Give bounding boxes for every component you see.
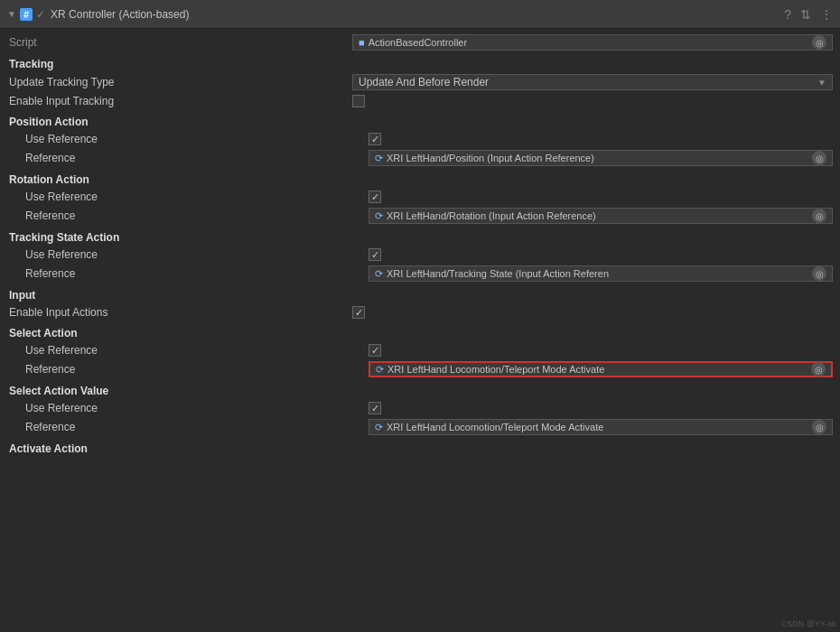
rotation-ref-icon: ⟳ (375, 210, 383, 222)
update-tracking-type-row: Update Tracking Type Update And Before R… (0, 72, 840, 92)
rotation-use-reference-value (369, 191, 833, 203)
select-reference-field[interactable]: ⟳ XRI LeftHand Locomotion/Teleport Mode … (369, 361, 833, 377)
rotation-reference-value: ⟳ XRI LeftHand/Rotation (Input Action Re… (369, 208, 833, 224)
position-reference-field[interactable]: ⟳ XRI LeftHand/Position (Input Action Re… (369, 150, 833, 166)
trackingstate-reference-field[interactable]: ⟳ XRI LeftHand/Tracking State (Input Act… (369, 265, 833, 282)
collapse-arrow[interactable]: ▼ (7, 9, 16, 19)
hash-icon: # (20, 8, 33, 21)
help-icon[interactable]: ? (784, 7, 791, 22)
position-reference-row: Reference ⟳ XRI LeftHand/Position (Input… (0, 148, 840, 168)
selectval-ref-text: XRI LeftHand Locomotion/Teleport Mode Ac… (387, 422, 808, 432)
trackingstate-reference-value: ⟳ XRI LeftHand/Tracking State (Input Act… (369, 265, 833, 282)
selectval-use-reference-label: Use Reference (25, 402, 369, 414)
select-use-reference-row: Use Reference (0, 341, 840, 359)
trackingstate-ref-text: XRI LeftHand/Tracking State (Input Actio… (387, 268, 808, 279)
enable-input-actions-label: Enable Input Actions (9, 306, 352, 319)
position-ref-icon: ⟳ (375, 153, 383, 164)
rotation-ref-text: XRI LeftHand/Rotation (Input Action Refe… (387, 210, 808, 221)
select-ref-icon: ⟳ (376, 364, 384, 376)
select-use-reference-checkbox[interactable] (369, 344, 381, 357)
select-ref-text: XRI LeftHand Locomotion/Teleport Mode Ac… (387, 364, 807, 375)
section-select-action: Select Action (0, 321, 840, 341)
section-tracking: Tracking (0, 52, 840, 72)
rotation-use-reference-row: Use Reference (0, 188, 840, 206)
position-reference-value: ⟳ XRI LeftHand/Position (Input Action Re… (369, 150, 833, 166)
selectval-reference-label: Reference (25, 421, 369, 433)
script-row: Script ■ ActionBasedController ◎ (0, 33, 840, 52)
script-icon: ■ (359, 37, 365, 48)
selectval-ref-select-btn[interactable]: ◎ (812, 420, 826, 434)
menu-icon[interactable]: ⋮ (820, 7, 833, 22)
rotation-use-reference-label: Use Reference (25, 191, 369, 203)
select-reference-value: ⟳ XRI LeftHand Locomotion/Teleport Mode … (369, 361, 833, 377)
update-tracking-type-value: Update And Before Render ▼ (352, 74, 833, 90)
trackingstate-ref-icon: ⟳ (375, 268, 383, 280)
script-select-btn[interactable]: ◎ (812, 35, 826, 50)
rotation-ref-select-btn[interactable]: ◎ (812, 209, 826, 223)
select-ref-select-btn[interactable]: ◎ (811, 362, 826, 376)
layout-icon[interactable]: ⇅ (800, 7, 811, 22)
trackingstate-reference-label: Reference (25, 267, 369, 280)
section-activate-action: Activate Action (0, 437, 840, 457)
position-use-reference-label: Use Reference (25, 133, 369, 145)
active-check[interactable]: ✓ (36, 8, 45, 21)
select-reference-row: Reference ⟳ XRI LeftHand Locomotion/Tele… (0, 359, 840, 379)
position-use-reference-row: Use Reference (0, 130, 840, 148)
watermark: CSDN @YY-nb (781, 619, 836, 628)
trackingstate-use-reference-checkbox[interactable] (369, 248, 381, 261)
rotation-use-reference-checkbox[interactable] (369, 191, 381, 203)
component-title: XR Controller (Action-based) (51, 8, 779, 21)
inspector-content: Script ■ ActionBasedController ◎ Trackin… (0, 29, 840, 632)
update-tracking-type-dropdown[interactable]: Update And Before Render ▼ (352, 74, 833, 90)
selectval-use-reference-value (369, 402, 833, 414)
position-use-reference-value (369, 133, 833, 145)
section-select-action-value: Select Action Value (0, 379, 840, 399)
selectval-ref-icon: ⟳ (375, 422, 383, 433)
trackingstate-use-reference-row: Use Reference (0, 246, 840, 264)
rotation-reference-label: Reference (25, 209, 369, 222)
rotation-reference-field[interactable]: ⟳ XRI LeftHand/Rotation (Input Action Re… (369, 208, 833, 224)
select-reference-label: Reference (25, 363, 369, 376)
dropdown-arrow: ▼ (817, 78, 826, 88)
trackingstate-use-reference-label: Use Reference (25, 248, 369, 261)
select-use-reference-label: Use Reference (25, 344, 369, 357)
trackingstate-reference-row: Reference ⟳ XRI LeftHand/Tracking State … (0, 264, 840, 283)
enable-input-tracking-label: Enable Input Tracking (9, 95, 352, 107)
selectval-reference-row: Reference ⟳ XRI LeftHand Locomotion/Tele… (0, 417, 840, 437)
script-field-text: ActionBasedController (369, 37, 808, 48)
enable-input-actions-value (352, 306, 833, 319)
update-tracking-type-label: Update Tracking Type (9, 76, 352, 88)
rotation-reference-row: Reference ⟳ XRI LeftHand/Rotation (Input… (0, 206, 840, 226)
enable-input-tracking-value (352, 95, 833, 107)
enable-input-tracking-checkbox[interactable] (352, 95, 365, 107)
script-value: ■ ActionBasedController ◎ (352, 34, 833, 51)
title-bar-actions: ? ⇅ ⋮ (784, 7, 833, 22)
selectval-reference-field[interactable]: ⟳ XRI LeftHand Locomotion/Teleport Mode … (369, 419, 833, 435)
enable-input-tracking-row: Enable Input Tracking (0, 92, 840, 110)
title-bar-icons: ▼ # ✓ (7, 8, 45, 21)
section-rotation-action: Rotation Action (0, 168, 840, 188)
section-input: Input (0, 283, 840, 303)
position-ref-text: XRI LeftHand/Position (Input Action Refe… (387, 153, 808, 163)
position-ref-select-btn[interactable]: ◎ (812, 151, 826, 165)
selectval-reference-value: ⟳ XRI LeftHand Locomotion/Teleport Mode … (369, 419, 833, 435)
enable-input-actions-row: Enable Input Actions (0, 303, 840, 321)
section-tracking-state-action: Tracking State Action (0, 226, 840, 246)
section-position-action: Position Action (0, 110, 840, 130)
script-field[interactable]: ■ ActionBasedController ◎ (352, 34, 833, 51)
position-reference-label: Reference (25, 152, 369, 164)
trackingstate-use-reference-value (369, 248, 833, 261)
script-label: Script (9, 36, 352, 49)
selectval-use-reference-checkbox[interactable] (369, 402, 381, 414)
inspector-body: Script ■ ActionBasedController ◎ Trackin… (0, 29, 840, 632)
enable-input-actions-checkbox[interactable] (352, 306, 365, 319)
title-bar: ▼ # ✓ XR Controller (Action-based) ? ⇅ ⋮ (0, 0, 840, 29)
selectval-use-reference-row: Use Reference (0, 399, 840, 417)
select-use-reference-value (369, 344, 833, 357)
trackingstate-ref-select-btn[interactable]: ◎ (812, 266, 826, 281)
position-use-reference-checkbox[interactable] (369, 133, 381, 145)
